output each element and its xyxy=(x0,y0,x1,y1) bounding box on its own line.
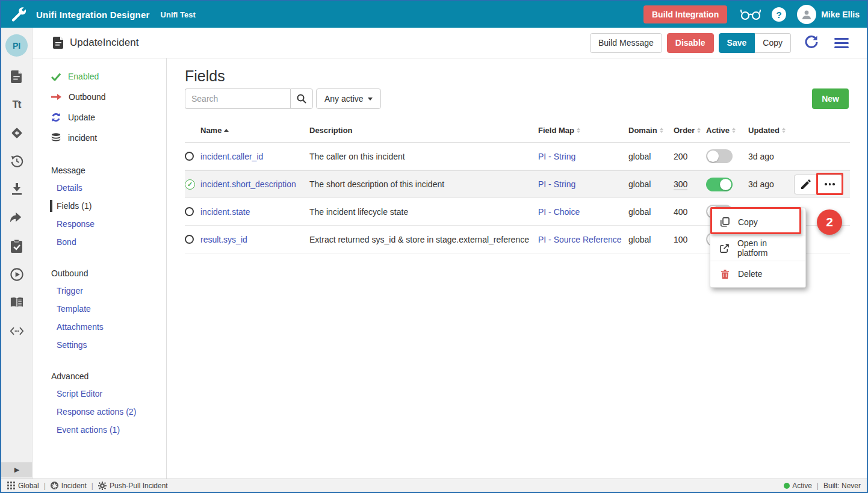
sort-icons xyxy=(660,128,663,133)
field-order: 100 xyxy=(674,235,706,244)
column-header-description[interactable]: Description xyxy=(309,126,538,135)
disable-button[interactable]: Disable xyxy=(667,33,714,53)
nav-status-direction: Outbound xyxy=(33,87,166,107)
field-map-link[interactable]: PI - String xyxy=(538,152,628,161)
nav-item-settings[interactable]: Settings xyxy=(33,336,166,354)
play-circle-icon[interactable] xyxy=(10,268,23,281)
refresh-button[interactable] xyxy=(804,35,819,51)
glasses-icon[interactable] xyxy=(740,8,761,21)
search-input[interactable] xyxy=(185,88,290,109)
reply-icon[interactable] xyxy=(10,211,23,225)
status-unchecked-icon xyxy=(185,152,194,161)
clipboard-check-icon[interactable] xyxy=(10,240,23,253)
save-copy-button-group: Save Copy xyxy=(719,33,791,53)
active-filter-dropdown[interactable]: Any active xyxy=(316,88,381,109)
text-fields-icon[interactable]: Tt xyxy=(10,98,23,111)
download-icon[interactable] xyxy=(10,183,23,196)
active-toggle[interactable] xyxy=(706,149,733,163)
field-name-link[interactable]: incident.state xyxy=(200,207,309,217)
left-icon-strip: PI Tt ▶ xyxy=(1,28,33,479)
more-actions-button[interactable] xyxy=(818,175,842,194)
field-description: The incident lifecycle state xyxy=(309,207,538,217)
field-description: The caller on this incident xyxy=(309,152,538,161)
statusbar-integration[interactable]: Incident xyxy=(51,482,87,490)
sort-icons xyxy=(697,128,701,133)
edit-field-button[interactable] xyxy=(794,175,818,194)
field-name-link[interactable]: incident.short_description xyxy=(200,179,309,189)
column-header-order[interactable]: Order xyxy=(674,126,706,135)
copy-button[interactable]: Copy xyxy=(755,33,791,53)
record-status-list: Enabled Outbound Update incident xyxy=(33,66,166,148)
nav-item-response-actions[interactable]: Response actions (2) xyxy=(33,403,166,421)
field-domain: global xyxy=(628,207,674,217)
help-icon[interactable]: ? xyxy=(772,7,786,22)
app-title: Unifi Integration Designer xyxy=(36,10,150,20)
trash-icon xyxy=(720,270,730,279)
field-name-link[interactable]: result.sys_id xyxy=(200,235,309,244)
list-controls: Any active New xyxy=(185,88,849,109)
nav-item-response[interactable]: Response xyxy=(33,215,166,233)
nav-item-template[interactable]: Template xyxy=(33,300,166,318)
new-field-button[interactable]: New xyxy=(812,88,849,109)
send-diamond-icon[interactable] xyxy=(10,126,23,140)
column-header-updated[interactable]: Updated xyxy=(748,126,793,135)
workspace-name[interactable]: Unifi Test xyxy=(161,10,196,19)
statusbar-separator: | xyxy=(817,482,819,490)
column-header-field-map[interactable]: Field Map xyxy=(538,126,628,135)
field-map-link[interactable]: PI - Choice xyxy=(538,207,628,217)
sort-icons xyxy=(782,128,786,133)
wrench-logo-icon xyxy=(11,7,26,22)
nav-item-bond[interactable]: Bond xyxy=(33,233,166,251)
context-menu-delete[interactable]: Delete xyxy=(710,261,805,287)
active-toggle-on[interactable] xyxy=(706,178,733,191)
table-row: incident.caller_id The caller on this in… xyxy=(185,143,850,170)
nav-section-message: Message Details Fields (1) Response Bond xyxy=(33,162,166,251)
field-domain: global xyxy=(628,152,674,161)
nav-item-trigger[interactable]: Trigger xyxy=(33,282,166,300)
column-header-name[interactable]: Name xyxy=(200,126,309,135)
statusbar-message[interactable]: Push-Pull Incident xyxy=(98,482,168,490)
field-order-editable[interactable]: 300 xyxy=(674,179,687,190)
column-header-domain[interactable]: Domain xyxy=(628,126,674,135)
field-order: 200 xyxy=(674,152,706,161)
ellipsis-icon xyxy=(825,183,835,185)
search-button[interactable] xyxy=(290,88,313,109)
user-name[interactable]: Mike Ellis xyxy=(821,10,860,19)
field-name-link[interactable]: incident.caller_id xyxy=(200,152,309,161)
statusbar-separator: | xyxy=(91,482,93,490)
check-icon xyxy=(51,73,61,81)
nav-status-enabled: Enabled xyxy=(33,66,166,87)
build-message-button[interactable]: Build Message xyxy=(590,33,662,53)
field-map-link[interactable]: PI - Source Reference xyxy=(538,235,628,244)
context-menu-copy[interactable]: Copy xyxy=(710,209,805,235)
database-icon xyxy=(51,133,61,143)
nav-item-event-actions[interactable]: Event actions (1) xyxy=(33,421,166,439)
top-app-bar: Unifi Integration Designer Unifi Test Bu… xyxy=(1,1,867,28)
statusbar-scope[interactable]: Global xyxy=(7,482,39,490)
nav-item-fields[interactable]: Fields (1) xyxy=(33,197,166,215)
save-button[interactable]: Save xyxy=(719,33,755,53)
column-header-active[interactable]: Active xyxy=(706,126,748,135)
history-icon[interactable] xyxy=(10,155,23,168)
book-icon[interactable] xyxy=(10,296,23,309)
expand-sidebar-button[interactable]: ▶ xyxy=(1,462,33,477)
page-title: UpdateIncident xyxy=(70,37,138,49)
statusbar-built: Built: Never xyxy=(823,482,861,490)
nav-item-script-editor[interactable]: Script Editor xyxy=(33,385,166,403)
nav-item-attachments[interactable]: Attachments xyxy=(33,318,166,336)
user-avatar[interactable] xyxy=(797,5,816,24)
nav-item-details[interactable]: Details xyxy=(33,179,166,197)
grid-icon xyxy=(7,482,15,489)
table-row-selected: ✓ incident.short_description The short d… xyxy=(185,170,850,198)
menu-button[interactable] xyxy=(834,38,849,48)
document-nav-icon[interactable] xyxy=(10,70,23,83)
integration-avatar[interactable]: PI xyxy=(5,34,28,57)
refresh-icon xyxy=(804,35,819,49)
arrow-right-icon xyxy=(51,93,61,101)
context-menu-open-in-platform[interactable]: Open in platform xyxy=(710,235,805,261)
refresh-icon xyxy=(51,113,61,122)
nav-section-advanced: Advanced Script Editor Response actions … xyxy=(33,368,166,439)
field-map-link[interactable]: PI - String xyxy=(538,179,628,189)
build-integration-button[interactable]: Build Integration xyxy=(643,5,727,23)
code-icon[interactable] xyxy=(10,324,23,338)
